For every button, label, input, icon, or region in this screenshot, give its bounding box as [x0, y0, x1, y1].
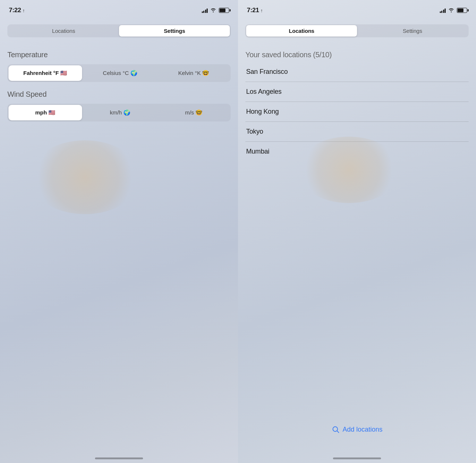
segment-control-right[interactable]: Locations Settings — [245, 24, 469, 37]
wifi-icon-right — [448, 7, 455, 14]
blob-decoration-left — [30, 140, 140, 214]
status-bar-right: 7:21 ↑ — [238, 0, 476, 18]
kmh-option[interactable]: km/h 🌍 — [83, 104, 157, 121]
location-item-hong-kong[interactable]: Hong Kong — [245, 102, 469, 122]
location-arrow-right: ↑ — [261, 8, 263, 13]
add-locations-label: Add locations — [343, 426, 382, 433]
svg-point-0 — [333, 427, 338, 432]
location-item-los-angeles[interactable]: Los Angeles — [245, 82, 469, 102]
wifi-icon-left — [210, 7, 217, 14]
location-arrow-left: ↑ — [23, 8, 25, 13]
home-indicator-left — [95, 457, 143, 459]
location-item-mumbai[interactable]: Mumbai — [245, 142, 469, 161]
location-item-san-francisco[interactable]: San Francisco — [245, 62, 469, 82]
segment-control-left[interactable]: Locations Settings — [7, 24, 231, 37]
battery-icon-left — [219, 8, 229, 13]
location-list: San Francisco Los Angeles Hong Kong Toky… — [245, 62, 469, 161]
locations-tab-right[interactable]: Locations — [246, 25, 357, 37]
kelvin-option[interactable]: Kelvin °K 🤓 — [157, 64, 231, 82]
celsius-option[interactable]: Celsius °C 🌍 — [83, 64, 157, 82]
fahrenheit-option[interactable]: Fahrenheit °F 🇺🇸 — [8, 65, 82, 81]
ms-option[interactable]: m/s 🤓 — [157, 104, 231, 121]
signal-bars-left — [202, 8, 208, 13]
settings-content: Temperature Fahrenheit °F 🇺🇸 Celsius °C … — [0, 43, 238, 133]
battery-icon-right — [457, 8, 467, 13]
temperature-picker[interactable]: Fahrenheit °F 🇺🇸 Celsius °C 🌍 Kelvin °K … — [7, 64, 231, 82]
signal-bars-right — [440, 8, 446, 13]
locations-content: Your saved locations (5/10) San Francisc… — [238, 43, 476, 165]
status-icons-right — [440, 7, 467, 14]
temperature-label: Temperature — [7, 51, 231, 59]
saved-locations-title: Your saved locations (5/10) — [245, 51, 469, 59]
wind-speed-label: Wind Speed — [7, 90, 231, 99]
right-phone-panel: 7:21 ↑ Locations Settings Your — [238, 0, 476, 463]
settings-tab-right[interactable]: Settings — [357, 25, 468, 37]
add-locations-area: Add locations — [238, 425, 476, 433]
status-bar-left: 7:22 ↑ — [0, 0, 238, 18]
status-icons-left — [202, 7, 229, 14]
left-phone-panel: 7:22 ↑ Locations Settings — [0, 0, 238, 463]
wind-speed-picker[interactable]: mph 🇺🇸 km/h 🌍 m/s 🤓 — [7, 104, 231, 121]
settings-tab-left[interactable]: Settings — [119, 25, 230, 37]
home-indicator-right — [333, 457, 381, 459]
mph-option[interactable]: mph 🇺🇸 — [8, 105, 82, 120]
search-icon — [332, 425, 340, 433]
time-left: 7:22 — [9, 7, 21, 14]
locations-tab-left[interactable]: Locations — [8, 25, 119, 37]
svg-line-1 — [337, 431, 339, 433]
time-right: 7:21 — [247, 7, 259, 14]
add-locations-button[interactable]: Add locations — [332, 425, 382, 433]
location-item-tokyo[interactable]: Tokyo — [245, 122, 469, 142]
